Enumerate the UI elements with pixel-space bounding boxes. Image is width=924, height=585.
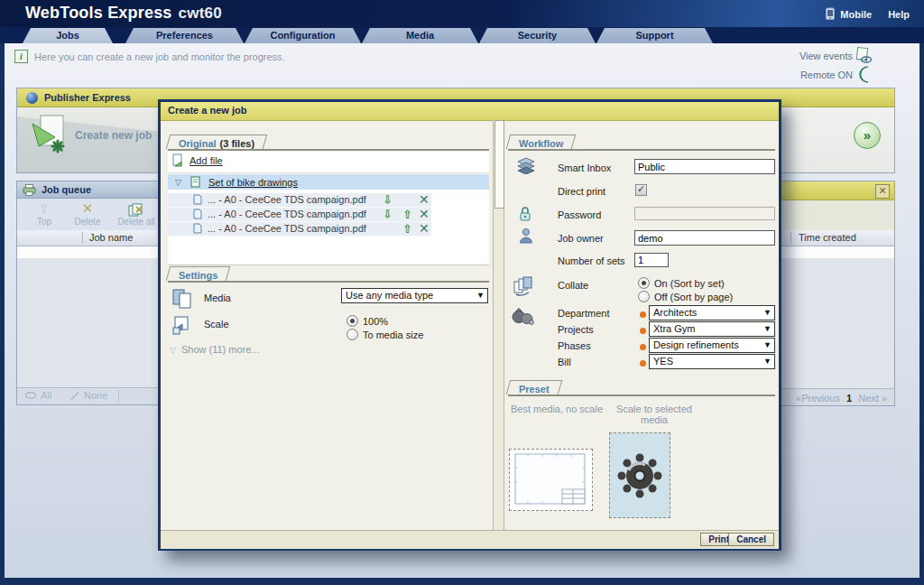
workflow-tab-label: Workflow [519,138,563,149]
file-set-row[interactable]: ▽ Set of bike drawings [168,174,489,190]
remove-file-icon[interactable] [419,208,430,221]
select-all-link[interactable]: All [24,390,51,401]
select-none-link[interactable]: None [69,390,107,401]
scale-icon [171,315,191,335]
tab-jobs[interactable]: Jobs [23,28,113,43]
tab-configuration[interactable]: Configuration [245,28,361,43]
scale-to-media-label: To media size [363,330,423,340]
required-dot [640,360,646,367]
dialog-scrollbar[interactable] [493,120,504,530]
expand-triangle-icon: ▽ [170,346,176,355]
scale-100-radio[interactable] [346,315,358,327]
dialog-titlebar: Create a new job [161,102,779,121]
remove-file-icon[interactable] [419,222,430,236]
phases-select[interactable]: Design refinements [649,338,775,353]
move-up-icon[interactable] [402,208,412,221]
top-button-label: Top [37,217,51,227]
create-new-job-button[interactable]: Create new job [75,129,152,142]
smart-inbox-icon [514,156,538,174]
expand-triangle-icon[interactable]: ▽ [175,178,181,187]
view-events-link[interactable]: View events [799,51,853,61]
printer-icon [23,184,36,196]
app-title: WebTools Expresscwt60 [25,4,222,23]
remote-status-link[interactable]: Remote ON [800,70,853,80]
app-header: WebTools Expresscwt60 Mobile Help [0,0,924,27]
info-icon: i [14,50,28,63]
move-down-icon[interactable] [383,208,393,221]
file-row[interactable]: ... - A0 - CeeCee TDS campaign.pdf [168,193,431,208]
media-select[interactable]: Use any media type [341,288,488,303]
tab-preset[interactable]: Preset [508,380,560,395]
separator [168,172,489,173]
projects-select[interactable]: Xtra Gym [649,321,775,337]
current-page-number: 1 [846,393,852,404]
scrollbar-thumb[interactable] [494,120,504,209]
view-events-icon[interactable] [855,47,873,64]
close-icon[interactable]: ✕ [875,184,890,199]
number-of-sets-label: Number of sets [558,255,625,266]
drawing-frame-art [510,450,590,508]
file-icon [193,223,202,234]
preset-tab-label: Preset [519,384,550,395]
delete-all-icon [111,200,162,217]
top-button[interactable]: ⇧ Top [24,200,64,227]
tab-support[interactable]: Support [596,28,713,43]
help-link[interactable]: Help [888,9,910,20]
remove-file-icon[interactable] [419,193,430,207]
show-more-link[interactable]: ▽Show (11) more... [170,344,260,355]
cancel-button[interactable]: Cancel [728,533,774,546]
direct-print-checkbox[interactable] [635,184,647,196]
file-name: ... - A0 - CeeCee TDS campaign.pdf [208,194,366,205]
create-new-job-icon[interactable] [30,113,66,154]
collate-on-radio[interactable] [638,277,650,289]
move-down-icon[interactable] [383,193,393,207]
media-label: Media [204,292,231,303]
move-up-icon[interactable] [402,222,412,236]
go-chevron-icon[interactable]: » [854,122,881,149]
next-page-link[interactable]: Next » [858,393,887,404]
tab-settings[interactable]: Settings [168,266,228,281]
bill-selected-value: YES [653,356,673,367]
file-row[interactable]: ... - A0 - CeeCee TDS campaign.pdf [168,208,431,222]
dropdown-arrow-icon [763,308,772,317]
department-label: Department [558,308,609,319]
projects-label: Projects [558,324,594,335]
phases-selected-value: Design refinements [653,339,739,350]
preset-scale-to-media-thumbnail[interactable] [609,432,670,518]
delete-button[interactable]: ✕ Delete [68,200,107,227]
previous-page-link[interactable]: «Previous [796,393,840,404]
required-dot [640,311,646,318]
original-files-panel: Add file ▽ Set of bike drawings ... - A0… [168,151,489,265]
job-owner-label: Job owner [558,233,604,244]
tab-rule [508,395,775,396]
department-selected-value: Architects [653,307,697,318]
media-selected-value: Use any media type [346,290,433,301]
scale-to-media-radio[interactable] [346,329,358,340]
original-tab-label: Original [179,138,217,149]
set-document-icon [190,176,200,188]
remote-on-icon[interactable] [856,65,873,83]
dropdown-arrow-icon [763,357,772,366]
number-of-sets-input[interactable] [634,253,669,267]
delete-all-button[interactable]: Delete all [111,200,162,227]
mobile-link[interactable]: Mobile [825,7,872,21]
help-label: Help [888,9,910,20]
tab-workflow[interactable]: Workflow [508,135,574,149]
collate-off-radio[interactable] [638,291,650,302]
scale-100-label: 100% [363,316,388,327]
tab-media[interactable]: Media [362,28,478,43]
tab-original[interactable]: Original(3 files) [168,135,265,149]
file-row[interactable]: ... - A0 - CeeCee TDS campaign.pdf [168,222,431,237]
column-divider [82,232,83,244]
job-queue-title: Job queue [42,184,91,195]
tab-rule [508,149,775,151]
tab-preferences[interactable]: Preferences [125,28,244,43]
tab-security[interactable]: Security [479,28,596,43]
job-owner-input[interactable] [634,230,775,246]
add-file-link[interactable]: Add file [171,153,223,167]
bill-select[interactable]: YES [649,354,775,369]
smart-inbox-input[interactable] [634,159,775,174]
preset-best-media-thumbnail[interactable] [509,449,593,511]
department-select[interactable]: Architects [649,305,775,320]
column-divider [790,232,791,244]
